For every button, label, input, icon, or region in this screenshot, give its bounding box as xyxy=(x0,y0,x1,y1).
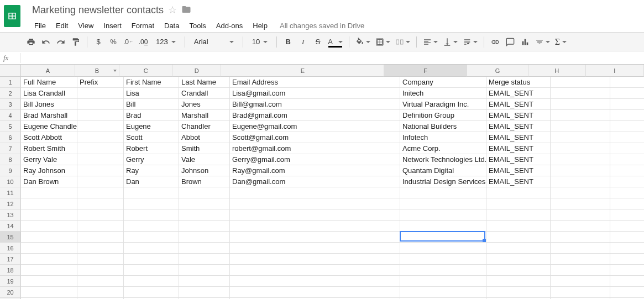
cell-E1[interactable]: Email Address xyxy=(230,77,400,88)
cell-E6[interactable]: Scott@gmail.com xyxy=(230,132,400,143)
cell-H19[interactable] xyxy=(551,276,610,287)
cell-F7[interactable]: Acme Corp. xyxy=(400,143,486,154)
cell-G17[interactable] xyxy=(486,254,551,265)
cell-G6[interactable]: EMAIL_SENT xyxy=(486,132,551,143)
cell-G14[interactable] xyxy=(486,221,551,232)
cell-H9[interactable] xyxy=(551,165,610,176)
cell-I19[interactable] xyxy=(610,276,644,287)
cell-I10[interactable] xyxy=(610,176,644,187)
row-header-15[interactable]: 15 xyxy=(0,232,21,243)
cell-C16[interactable] xyxy=(124,243,179,254)
cell-F4[interactable]: Definition Group xyxy=(400,110,486,121)
cell-C14[interactable] xyxy=(124,221,179,232)
row-header-2[interactable]: 2 xyxy=(0,88,21,99)
cell-B4[interactable] xyxy=(77,110,124,121)
cell-F1[interactable]: Company xyxy=(400,77,486,88)
cell-E19[interactable] xyxy=(230,276,400,287)
increase-decimal-button[interactable]: .00 xyxy=(137,35,150,49)
row-header-19[interactable]: 19 xyxy=(0,276,21,287)
cell-A17[interactable] xyxy=(21,254,77,265)
cell-E15[interactable] xyxy=(230,232,400,243)
cell-F6[interactable]: Infotech xyxy=(400,132,486,143)
row-header-14[interactable]: 14 xyxy=(0,221,21,232)
horizontal-align-button[interactable] xyxy=(421,35,439,49)
cell-H18[interactable] xyxy=(551,265,610,276)
row-header-3[interactable]: 3 xyxy=(0,99,21,110)
cell-I16[interactable] xyxy=(610,243,644,254)
cell-I6[interactable] xyxy=(610,132,644,143)
cell-E12[interactable] xyxy=(230,198,400,209)
cell-A19[interactable] xyxy=(21,276,77,287)
vertical-align-button[interactable] xyxy=(441,35,459,49)
cell-F14[interactable] xyxy=(400,221,486,232)
cell-H20[interactable] xyxy=(551,287,610,298)
cell-G2[interactable]: EMAIL_SENT xyxy=(486,88,551,99)
cell-E7[interactable]: robert@gmail.com xyxy=(230,143,400,154)
cell-I14[interactable] xyxy=(610,221,644,232)
cell-H7[interactable] xyxy=(551,143,610,154)
cell-H8[interactable] xyxy=(551,154,610,165)
format-currency-button[interactable]: $ xyxy=(92,35,105,49)
cell-C13[interactable] xyxy=(124,209,179,221)
cell-B5[interactable] xyxy=(77,121,124,132)
cell-C7[interactable]: Robert xyxy=(124,143,179,154)
cell-A20[interactable] xyxy=(21,287,77,298)
cell-E20[interactable] xyxy=(230,287,400,298)
cell-B2[interactable] xyxy=(77,88,124,99)
cell-E3[interactable]: Bill@gmail.com xyxy=(230,99,400,110)
format-percent-button[interactable]: % xyxy=(107,35,120,49)
cell-C8[interactable]: Gerry xyxy=(124,154,179,165)
cell-I4[interactable] xyxy=(610,110,644,121)
cell-A10[interactable]: Dan Brown xyxy=(21,176,77,187)
cell-C15[interactable] xyxy=(124,232,179,243)
cell-H15[interactable] xyxy=(551,232,610,243)
cell-E2[interactable]: Lisa@gmail.com xyxy=(230,88,400,99)
column-header-B[interactable]: B xyxy=(75,65,120,77)
row-header-8[interactable]: 8 xyxy=(0,154,21,165)
folder-icon[interactable] xyxy=(181,4,191,16)
cell-C3[interactable]: Bill xyxy=(124,99,179,110)
cell-D20[interactable] xyxy=(179,287,230,298)
cell-A13[interactable] xyxy=(21,209,77,221)
cell-H2[interactable] xyxy=(551,88,610,99)
cell-G13[interactable] xyxy=(486,209,551,221)
cell-F20[interactable] xyxy=(400,287,486,298)
cell-A12[interactable] xyxy=(21,198,77,209)
cell-B13[interactable] xyxy=(77,209,124,221)
cell-C1[interactable]: First Name xyxy=(124,77,179,88)
row-header-18[interactable]: 18 xyxy=(0,265,21,276)
cell-D12[interactable] xyxy=(179,198,230,209)
cell-F12[interactable] xyxy=(400,198,486,209)
row-header-6[interactable]: 6 xyxy=(0,132,21,143)
cell-F3[interactable]: Virtual Paradigm Inc. xyxy=(400,99,486,110)
cell-E10[interactable]: Dan@gmail.com xyxy=(230,176,400,187)
cell-G10[interactable]: EMAIL_SENT xyxy=(486,176,551,187)
cell-A4[interactable]: Brad Marshall xyxy=(21,110,77,121)
menu-insert[interactable]: Insert xyxy=(99,20,126,32)
cell-G16[interactable] xyxy=(486,243,551,254)
cell-A16[interactable] xyxy=(21,243,77,254)
row-header-11[interactable]: 11 xyxy=(0,187,21,198)
row-header-1[interactable]: 1 xyxy=(0,77,21,88)
cell-G15[interactable] xyxy=(486,232,551,243)
cell-H5[interactable] xyxy=(551,121,610,132)
cell-A11[interactable] xyxy=(21,187,77,198)
insert-link-button[interactable] xyxy=(489,35,502,49)
cell-A8[interactable]: Gerry Vale xyxy=(21,154,77,165)
cell-G1[interactable]: Merge status xyxy=(486,77,551,88)
cell-G11[interactable] xyxy=(486,187,551,198)
cell-G3[interactable]: EMAIL_SENT xyxy=(486,99,551,110)
cell-G12[interactable] xyxy=(486,198,551,209)
cell-G4[interactable]: EMAIL_SENT xyxy=(486,110,551,121)
cell-B16[interactable] xyxy=(77,243,124,254)
cell-C20[interactable] xyxy=(124,287,179,298)
formula-input[interactable] xyxy=(26,51,641,64)
cell-D11[interactable] xyxy=(179,187,230,198)
merge-cells-button[interactable] xyxy=(394,35,412,49)
cell-C10[interactable]: Dan xyxy=(124,176,179,187)
cell-D13[interactable] xyxy=(179,209,230,221)
cell-D16[interactable] xyxy=(179,243,230,254)
menu-file[interactable]: File xyxy=(30,20,50,32)
cell-H17[interactable] xyxy=(551,254,610,265)
row-header-4[interactable]: 4 xyxy=(0,110,21,121)
